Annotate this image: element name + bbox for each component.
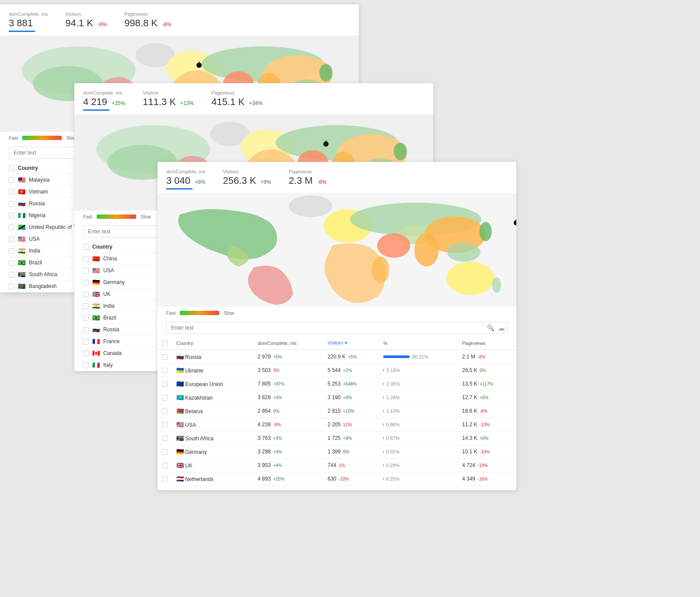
cloud-icon[interactable]: ☁ [498, 324, 505, 332]
item-checkbox[interactable] [9, 248, 14, 254]
percent-text: 86.21% [412, 354, 428, 359]
svg-point-43 [447, 242, 480, 262]
item-checkbox[interactable] [9, 284, 14, 289]
item-checkbox[interactable] [83, 362, 89, 368]
table-row[interactable]: 🇺🇦 Ukraine 3 503 3% 5 544 +2% 2.16% 28.5… [158, 364, 516, 377]
flag-icon: 🇩🇪 [176, 448, 184, 455]
card1-visitors-change: -6% [98, 21, 107, 28]
cell-pageviews: 10.1 K -10% [458, 445, 516, 459]
card3-search-input[interactable] [166, 322, 508, 334]
table-select-all[interactable] [162, 340, 168, 346]
row-checkbox[interactable] [162, 422, 168, 428]
cell-percent: 2.05% [379, 377, 458, 391]
table-row[interactable]: 🇳🇱 Netherlands 4 893 +25% 630 -10% 0.25%… [158, 472, 516, 486]
item-checkbox[interactable] [83, 256, 89, 262]
table-row[interactable]: 🇰🇿 Kazakhstan 3 828 +4% 3 190 +4% 1.24% … [158, 391, 516, 404]
col-visitors[interactable]: Visitors ▾ [323, 337, 379, 350]
item-checkbox[interactable] [83, 315, 89, 321]
card2-fast-label: Fast [83, 214, 92, 219]
item-checkbox[interactable] [83, 303, 89, 309]
item-checkbox[interactable] [83, 339, 89, 344]
flag-icon: 🇷🇺 [92, 326, 100, 333]
dom-change: +25% [273, 477, 284, 481]
cell-domcomplete: 7 805 +97% [253, 377, 323, 391]
row-checkbox[interactable] [162, 463, 168, 468]
card3-slow-label: Slow [224, 310, 234, 316]
card2-header: domComplete, ms 4 219 +25% Visitors 111.… [74, 83, 433, 114]
row-checkbox[interactable] [162, 368, 168, 373]
table-row[interactable]: 🇪🇺 European Union 7 805 +97% 5 253 +648%… [158, 377, 516, 391]
vis-change: +10% [343, 409, 354, 414]
table-row[interactable]: 🇧🇾 Belarus 2 864 0% 2 815 +10% 1.10% 18.… [158, 404, 516, 418]
cell-country: 🇬🇧 UK [172, 459, 253, 472]
item-checkbox[interactable] [9, 189, 14, 195]
cell-country: 🇷🇺 Russia [172, 350, 253, 364]
table-row[interactable]: 🇷🇺 Russia 2 979 +5% 220.9 K +5% 86.21% 2… [158, 350, 516, 364]
item-checkbox[interactable] [83, 291, 89, 297]
card1-visitors: Visitors 94.1 K -6% [65, 11, 107, 29]
card3-domcomplete-underline [166, 188, 192, 190]
card2-visitors-value: 111.3 K +13% [143, 96, 194, 108]
card3-search-container[interactable]: 🔍 ☁ [158, 319, 516, 337]
pv-change: +5% [480, 395, 488, 400]
country-name: Russia [103, 327, 119, 333]
table-row[interactable]: 🇬🇧 UK 3 953 +4% 744 1% 0.29% 4 724 -19% [158, 459, 516, 472]
country-name: USA [29, 236, 40, 242]
cell-visitors: 5 544 +2% [323, 364, 379, 377]
card1-pageviews-label: Pageviews [124, 11, 171, 17]
cell-visitors: 3 190 +4% [323, 391, 379, 404]
item-checkbox[interactable] [9, 272, 14, 277]
card2-country-col-label: Country [92, 244, 112, 250]
card2-select-all-checkbox[interactable] [83, 244, 89, 250]
item-checkbox[interactable] [9, 177, 14, 183]
table-row[interactable]: 🇩🇪 Germany 3 298 +4% 1 399 0% 0.55% 10.1… [158, 445, 516, 459]
cell-domcomplete: 3 298 +4% [253, 445, 323, 459]
row-checkbox[interactable] [162, 395, 168, 400]
card3-visitors-value: 256.3 K +9% [223, 175, 271, 186]
cell-visitors: 2 205 11% [323, 418, 379, 432]
card1-header: domComplete, ms 3 881 Visitors 94.1 K -6… [0, 4, 359, 35]
item-checkbox[interactable] [83, 280, 89, 285]
percent-bar [383, 396, 384, 399]
cell-visitors: 220.9 K +5% [323, 350, 379, 364]
row-checkbox[interactable] [162, 354, 168, 360]
row-checkbox[interactable] [162, 408, 168, 414]
vis-change: 0% [343, 450, 349, 454]
cell-domcomplete: 3 503 3% [253, 364, 323, 377]
item-checkbox[interactable] [83, 268, 89, 274]
item-checkbox[interactable] [9, 225, 14, 230]
row-checkbox[interactable] [162, 449, 168, 455]
item-checkbox[interactable] [83, 351, 89, 356]
col-country[interactable]: Country [172, 337, 253, 350]
cell-pageviews: 18.6 K -8% [458, 404, 516, 418]
table-row[interactable]: 🇺🇸 USA 4 238 -9% 2 205 11% 0.86% 11.2 K … [158, 418, 516, 432]
card3-visitors-label: Visitors [223, 169, 271, 174]
country-name: UK [103, 291, 111, 297]
item-checkbox[interactable] [9, 260, 14, 266]
dom-change: +4% [273, 463, 282, 468]
item-checkbox[interactable] [9, 213, 14, 218]
flag-icon: 🇮🇳 [92, 302, 100, 309]
row-checkbox[interactable] [162, 435, 168, 441]
table-row[interactable]: 🇿🇦 South Africa 3 763 +3% 1 725 +9% 0.67… [158, 432, 516, 445]
cell-visitors: 744 1% [323, 459, 379, 472]
flag-icon: 🇨🇦 [92, 350, 100, 357]
item-checkbox[interactable] [9, 201, 14, 207]
item-checkbox[interactable] [83, 327, 89, 333]
row-checkbox[interactable] [162, 381, 168, 387]
row-checkbox[interactable] [162, 476, 168, 482]
card3-table-area: Country domComplete, ms Visitors ▾ % Pag… [158, 337, 516, 490]
card3-header: domComplete, ms 3 040 +6% Visitors 256.3… [158, 162, 516, 193]
vis-change: +9% [343, 436, 352, 441]
col-domcomplete[interactable]: domComplete, ms [253, 337, 323, 350]
col-pageviews[interactable]: Pageviews [458, 337, 516, 350]
country-name: Canada [103, 350, 122, 356]
flag-icon: 🇮🇳 [18, 247, 25, 254]
svg-point-46 [492, 277, 501, 293]
country-name: Italy [103, 362, 113, 368]
cell-pageviews: 4 349 -16% [458, 472, 516, 486]
card1-select-all-checkbox[interactable] [9, 165, 14, 171]
cell-country: 🇳🇱 Netherlands [172, 472, 253, 486]
item-checkbox[interactable] [9, 236, 14, 242]
svg-point-35 [289, 195, 332, 217]
